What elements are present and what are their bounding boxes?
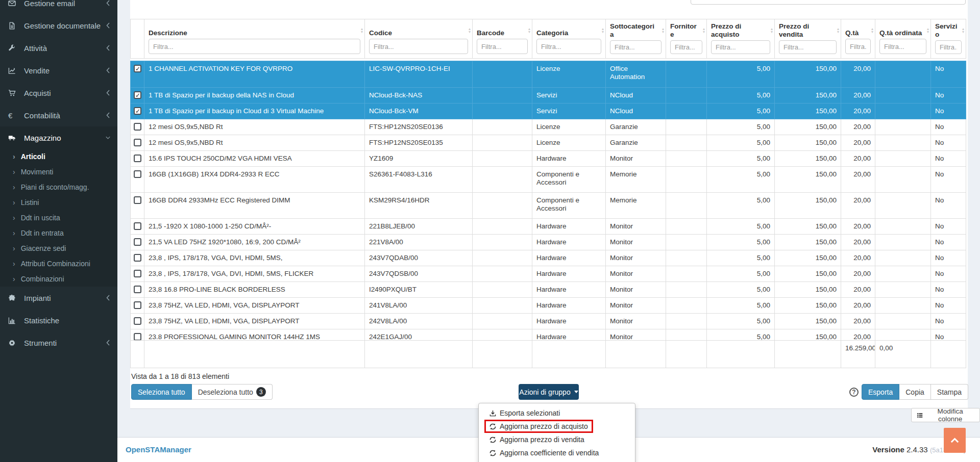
filter-input-servizio[interactable] xyxy=(935,40,962,54)
group-actions-button[interactable]: Azioni di gruppo xyxy=(519,384,579,400)
column-header-descrizione[interactable]: Descrizione▴▾ xyxy=(144,19,365,59)
angle-right-icon: › xyxy=(13,214,15,222)
cell-descrizione: 12 mesi OS,9x5,NBD Rt xyxy=(144,119,365,135)
cell-sottocategoria: Monitor xyxy=(606,298,666,314)
brand-link[interactable]: OpenSTAManager xyxy=(126,445,191,454)
sidebar-subitem-combinazioni[interactable]: ›Combinazioni xyxy=(0,271,117,287)
column-header-codice[interactable]: Codice▴▾ xyxy=(365,19,473,59)
select-all-button[interactable]: Seleziona tutto xyxy=(131,384,192,400)
sidebar-item-strumenti[interactable]: Strumenti xyxy=(0,331,117,354)
scroll-to-top-button[interactable] xyxy=(944,428,966,453)
sidebar-subitem-articoli[interactable]: ›Articoli xyxy=(0,149,117,164)
sidebar-subitem-ddt-in-entrata[interactable]: ›Ddt in entrata xyxy=(0,225,117,241)
filter-input-codice[interactable] xyxy=(369,39,468,54)
cell-fornitore xyxy=(666,135,707,151)
group-actions-dropdown: Esporta selezionatiAggiorna prezzo di ac… xyxy=(478,403,635,462)
menu-item-aggiorna-prezzo-di-vendita[interactable]: Aggiorna prezzo di vendita xyxy=(479,433,635,446)
cell-q-t: 20,00 xyxy=(841,250,875,266)
edit-columns-button[interactable]: Modifica colonne xyxy=(911,408,980,422)
table-body-scroll[interactable]: 1 CHANNEL ACTIVATION KEY FOR QVRPROLIC-S… xyxy=(130,61,966,340)
list-columns-icon xyxy=(917,412,923,419)
row-checkbox[interactable] xyxy=(134,91,141,99)
document-icon xyxy=(8,22,20,30)
menu-item-aggiorna-coefficiente-di-vendita[interactable]: Aggiorna coefficiente di vendita xyxy=(479,446,635,459)
filter-input-barcode[interactable] xyxy=(477,39,528,54)
row-checkbox[interactable] xyxy=(134,254,141,262)
table-row: 1 CHANNEL ACTIVATION KEY FOR QVRPROLIC-S… xyxy=(131,61,966,88)
row-checkbox[interactable] xyxy=(134,139,141,146)
cell-fornitore xyxy=(666,193,707,219)
row-checkbox[interactable] xyxy=(134,286,141,293)
export-button[interactable]: Esporta xyxy=(862,384,899,400)
menu-item-aggiorna-prezzo-di-acquisto[interactable]: Aggiorna prezzo di acquisto xyxy=(479,420,635,433)
copy-button[interactable]: Copia xyxy=(899,384,931,400)
row-checkbox[interactable] xyxy=(134,270,141,277)
row-checkbox[interactable] xyxy=(134,317,141,325)
puzzle-icon xyxy=(8,294,20,302)
filter-input-fornitore[interactable] xyxy=(670,40,702,54)
sidebar-subitem-listini[interactable]: ›Listini xyxy=(0,195,117,210)
deselect-all-button[interactable]: Deseleziona tutto 3 xyxy=(192,384,273,400)
filter-input-q-t-ordinata[interactable] xyxy=(879,39,926,54)
column-header-prezzo-di-acquisto[interactable]: Prezzo di acquisto▴▾ xyxy=(707,19,775,59)
cell-prezzo-di-acquisto: 5,00 xyxy=(707,235,775,250)
sidebar-subitem-piani-di-sconto-magg[interactable]: ›Piani di sconto/magg. xyxy=(0,179,117,195)
column-header-barcode[interactable]: Barcode▴▾ xyxy=(473,19,532,59)
row-checkbox[interactable] xyxy=(134,196,141,204)
sidebar-item-statistiche[interactable]: Statistiche xyxy=(0,309,117,331)
sidebar-subitem-giacenze-sedi[interactable]: ›Giacenze sedi xyxy=(0,241,117,256)
totals-cell xyxy=(144,341,365,368)
row-checkbox[interactable] xyxy=(134,301,141,309)
column-header-sottocategoria[interactable]: Sottocategoria▴▾ xyxy=(606,19,666,59)
sidebar-item-contabilit[interactable]: €Contabilità xyxy=(0,104,117,126)
sidebar-subitem-ddt-in-uscita[interactable]: ›Ddt in uscita xyxy=(0,210,117,225)
cell-categoria: Licenze xyxy=(532,135,606,151)
cell-prezzo-di-vendita: 150,00 xyxy=(775,314,841,329)
row-checkbox[interactable] xyxy=(134,107,141,115)
row-checkbox[interactable] xyxy=(134,65,141,72)
column-header-categoria[interactable]: Categoria▴▾ xyxy=(532,19,606,59)
row-checkbox[interactable] xyxy=(134,170,141,178)
sidebar-item-acquisti[interactable]: Acquisti xyxy=(0,82,117,104)
sort-icon: ▴▾ xyxy=(771,28,773,34)
row-checkbox[interactable] xyxy=(134,123,141,131)
sidebar-subitem-movimenti[interactable]: ›Movimenti xyxy=(0,164,117,179)
sidebar-item-attivit[interactable]: Attività xyxy=(0,37,117,59)
sidebar-subitem-attributi-combinazioni[interactable]: ›Attributi Combinazioni xyxy=(0,256,117,271)
sidebar-item-gestione-email[interactable]: Gestione email xyxy=(0,0,117,14)
cell-q-t-ordinata xyxy=(875,104,931,119)
cell-prezzo-di-vendita: 150,00 xyxy=(775,104,841,119)
menu-item-esporta-selezionati[interactable]: Esporta selezionati xyxy=(479,406,635,420)
filter-input-q-t[interactable] xyxy=(845,39,871,54)
cell-barcode xyxy=(473,266,532,282)
row-checkbox[interactable] xyxy=(134,155,141,162)
sidebar-item-vendite[interactable]: Vendite xyxy=(0,59,117,82)
filter-input-descrizione[interactable] xyxy=(149,39,360,54)
column-header-fornitore[interactable]: Fornitore▴▾ xyxy=(666,19,707,59)
row-checkbox[interactable] xyxy=(134,222,141,230)
cell-prezzo-di-acquisto: 5,00 xyxy=(707,104,775,119)
cell-categoria: Hardware xyxy=(532,250,606,266)
cell-q-t: 20,00 xyxy=(841,193,875,219)
cell-barcode xyxy=(473,135,532,151)
group-actions-label: Azioni di gruppo xyxy=(519,388,570,396)
help-icon[interactable]: ? xyxy=(849,388,859,397)
print-button[interactable]: Stampa xyxy=(931,384,968,400)
sidebar-item-magazzino[interactable]: Magazzino xyxy=(0,126,117,149)
sidebar-item-impianti[interactable]: Impianti xyxy=(0,287,117,309)
row-checkbox[interactable] xyxy=(134,333,141,340)
column-header-q-t-ordinata[interactable]: Q.tà ordinata▴▾ xyxy=(875,19,931,59)
row-checkbox[interactable] xyxy=(134,238,141,246)
menu-item-stampa-etichette[interactable]: Stampa etichette xyxy=(479,459,635,462)
filter-input-sottocategoria[interactable] xyxy=(610,40,662,54)
cell-prezzo-di-acquisto: 5,00 xyxy=(707,282,775,298)
filter-input-prezzo-di-acquisto[interactable] xyxy=(711,40,770,54)
cell-servizio: No xyxy=(931,329,966,341)
column-header-prezzo-di-vendita[interactable]: Prezzo di vendita▴▾ xyxy=(775,19,841,59)
column-header-q-t[interactable]: Q.tà▴▾ xyxy=(841,19,875,59)
sidebar-item-gestione-documentale[interactable]: Gestione documentale xyxy=(0,14,117,37)
column-header-servizio[interactable]: Servizio▴▾ xyxy=(931,19,966,59)
cell-categoria: Hardware xyxy=(532,235,606,250)
filter-input-prezzo-di-vendita[interactable] xyxy=(779,40,837,54)
filter-input-categoria[interactable] xyxy=(536,39,601,54)
